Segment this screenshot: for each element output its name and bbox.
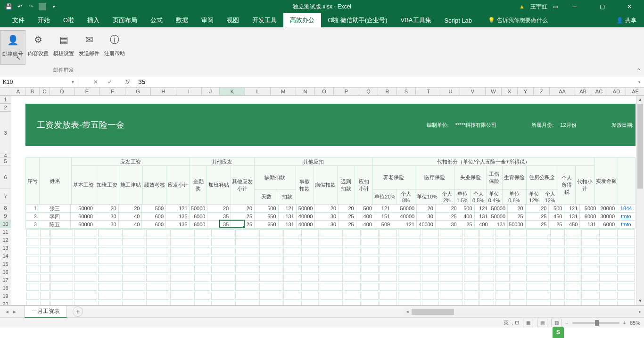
- row-header[interactable]: 3: [0, 112, 11, 154]
- col-header[interactable]: C: [40, 88, 50, 95]
- scroll-right-icon[interactable]: ▸: [636, 309, 644, 314]
- col-header[interactable]: G: [125, 88, 151, 95]
- col-header[interactable]: U: [441, 88, 460, 95]
- vscroll-thumb[interactable]: [637, 104, 643, 189]
- col-header[interactable]: L: [245, 88, 271, 95]
- col-header[interactable]: M: [271, 88, 296, 95]
- minimize-button[interactable]: ─: [564, 0, 586, 13]
- ribbon-button-0[interactable]: 👤邮箱账号↖: [0, 30, 25, 65]
- col-header[interactable]: AC: [591, 88, 607, 95]
- col-header[interactable]: W: [486, 88, 502, 95]
- collapse-ribbon-icon[interactable]: ⌃: [636, 67, 641, 74]
- scroll-left-icon[interactable]: ◂: [404, 309, 412, 314]
- zoom-out-icon[interactable]: −: [565, 320, 568, 326]
- tab-file[interactable]: 文件: [6, 13, 31, 27]
- add-sheet-button[interactable]: +: [73, 306, 83, 317]
- col-header[interactable]: V: [460, 88, 486, 95]
- lang-indicator[interactable]: 英 ˙, ⊡: [504, 319, 519, 326]
- col-header[interactable]: Y: [518, 88, 534, 95]
- col-header[interactable]: AD: [607, 88, 626, 95]
- ime-indicator[interactable]: S: [553, 327, 564, 338]
- normal-view-icon[interactable]: ▦: [523, 319, 533, 327]
- scroll-up-icon[interactable]: ▲: [636, 96, 644, 104]
- row-header[interactable]: 11: [0, 228, 11, 236]
- sheet-tab[interactable]: 一月工资表: [25, 305, 67, 318]
- ribbon-button-3[interactable]: ✉发送邮件: [76, 30, 102, 65]
- row-header[interactable]: 18: [0, 284, 11, 292]
- share-button[interactable]: 👤 共享: [609, 16, 644, 25]
- tab-ola[interactable]: O啦: [57, 13, 81, 27]
- col-header[interactable]: E: [74, 88, 100, 95]
- tab-vbatools[interactable]: VBA工具集: [394, 13, 438, 27]
- row-header[interactable]: 14: [0, 252, 11, 260]
- pagelayout-view-icon[interactable]: ▤: [537, 319, 547, 327]
- vertical-scrollbar[interactable]: ▲ ▼: [636, 96, 644, 305]
- col-header[interactable]: Z: [534, 88, 550, 95]
- tab-scriptlab[interactable]: Script Lab: [438, 13, 479, 27]
- col-header[interactable]: I: [176, 88, 202, 95]
- qat-dropdown-icon[interactable]: ▾: [50, 3, 58, 10]
- data-table[interactable]: 1张三5000020205001215000020205001215000020…: [25, 204, 636, 229]
- row-header[interactable]: 20: [0, 300, 11, 305]
- row-header[interactable]: 17: [0, 276, 11, 284]
- tab-developer[interactable]: 开发工具: [246, 13, 283, 27]
- row-header[interactable]: 6: [0, 165, 11, 189]
- grid-area[interactable]: 工资发放表-带五险一金编制单位:*****科技有限公司所属月份:12月份发放日期…: [11, 96, 636, 305]
- sheet-first-icon[interactable]: ◂: [6, 308, 8, 315]
- tab-insert[interactable]: 插入: [81, 13, 106, 27]
- link[interactable]: 1844: [620, 206, 632, 211]
- row-header[interactable]: 5: [0, 157, 11, 165]
- row-header[interactable]: 16: [0, 268, 11, 276]
- col-header[interactable]: AB: [575, 88, 591, 95]
- col-header[interactable]: Q: [359, 88, 378, 95]
- cancel-icon[interactable]: ✕: [93, 79, 98, 85]
- tell-me[interactable]: 💡 告诉我你想要做什么: [488, 16, 548, 25]
- col-header[interactable]: R: [378, 88, 397, 95]
- link[interactable]: tmto: [621, 222, 631, 227]
- row-header[interactable]: 12: [0, 236, 11, 244]
- table-row[interactable]: 3陈五6000030406001356000352565013140000302…: [26, 221, 636, 229]
- zoom-in-icon[interactable]: +: [623, 320, 626, 326]
- tab-view[interactable]: 视图: [220, 13, 246, 27]
- col-header[interactable]: F: [100, 88, 125, 95]
- col-header[interactable]: P: [334, 88, 359, 95]
- row-header[interactable]: 13: [0, 244, 11, 252]
- save-icon[interactable]: 💾: [5, 3, 12, 10]
- row-header[interactable]: 7: [0, 189, 11, 204]
- close-button[interactable]: ✕: [619, 0, 640, 13]
- row-header[interactable]: 9: [0, 212, 11, 220]
- col-header[interactable]: N: [296, 88, 315, 95]
- fx-icon[interactable]: fx: [125, 79, 130, 85]
- col-header[interactable]: S: [397, 88, 416, 95]
- undo-icon[interactable]: ↶: [16, 3, 24, 10]
- zoom-slider[interactable]: [572, 322, 619, 324]
- column-headers[interactable]: ABCDEFGHIJKLMNOPQRSTUVWXYZAAABACADAE: [11, 88, 644, 96]
- col-header[interactable]: T: [416, 88, 441, 95]
- col-header[interactable]: AE: [626, 88, 644, 95]
- row-header[interactable]: 4: [0, 154, 11, 157]
- tab-data[interactable]: 数据: [169, 13, 195, 27]
- row-header[interactable]: 19: [0, 292, 11, 300]
- expand-formula-icon[interactable]: ▾: [635, 80, 644, 84]
- row-header[interactable]: 15: [0, 260, 11, 268]
- col-header[interactable]: O: [315, 88, 334, 95]
- row-header[interactable]: 10: [0, 220, 11, 228]
- namebox-dropdown-icon[interactable]: ▼: [71, 80, 75, 84]
- tab-efficient[interactable]: 高效办公: [283, 13, 321, 27]
- col-header[interactable]: A: [11, 88, 25, 95]
- sheet-last-icon[interactable]: ▸: [13, 308, 16, 315]
- table-row[interactable]: 1张三5000020205001215000020205001215000020…: [26, 205, 636, 213]
- tab-home[interactable]: 开始: [31, 13, 57, 27]
- horizontal-scrollbar[interactable]: ◂ ▸: [404, 308, 644, 316]
- ribbon-button-2[interactable]: ▤模板设置: [51, 30, 76, 65]
- col-header[interactable]: B: [25, 88, 40, 95]
- select-all-button[interactable]: [0, 88, 11, 96]
- col-header[interactable]: D: [50, 88, 74, 95]
- ribbon-button-1[interactable]: ⚙内容设置: [25, 30, 51, 65]
- tab-formulas[interactable]: 公式: [144, 13, 169, 27]
- sheet-nav[interactable]: ◂ ▸: [0, 308, 22, 315]
- tab-pagelayout[interactable]: 页面布局: [106, 13, 144, 27]
- row-header[interactable]: 2: [0, 104, 11, 112]
- col-header[interactable]: X: [502, 88, 518, 95]
- col-header[interactable]: H: [151, 88, 176, 95]
